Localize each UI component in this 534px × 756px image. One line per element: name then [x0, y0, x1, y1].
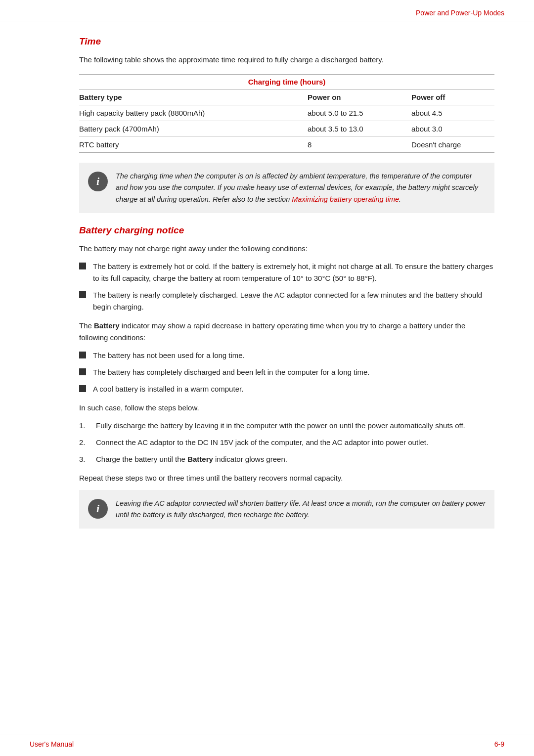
square-bullet-icon	[79, 263, 86, 269]
bullet2-text-2: The battery has completely discharged an…	[93, 366, 494, 378]
battery-bold-2: Battery	[187, 455, 213, 463]
page-header: Power and Power-Up Modes	[0, 0, 534, 21]
maximizing-link[interactable]: Maximizing battery operating time	[292, 195, 399, 203]
step-item: Charge the battery until the Battery ind…	[79, 453, 494, 465]
battery-intro: The battery may not charge right away un…	[79, 243, 494, 255]
main-content: Time The following table shows the appro…	[0, 21, 534, 735]
bullet-text-2: The battery is nearly completely dischar…	[93, 289, 494, 313]
power-on-1: about 5.0 to 21.5	[308, 105, 411, 121]
time-intro: The following table shows the approximat…	[79, 54, 494, 65]
square-bullet-icon	[79, 291, 86, 298]
bullet2-text-3: A cool battery is installed in a warm co…	[93, 383, 494, 395]
col-power-on: Power on	[308, 89, 411, 105]
col-power-off: Power off	[411, 89, 494, 105]
table-row: RTC battery 8 Doesn't charge	[79, 137, 494, 153]
note-text-2: Leaving the AC adaptor connected will sh…	[116, 498, 486, 521]
power-off-2: about 3.0	[411, 121, 494, 137]
note-text-1: The charging time when the computer is o…	[116, 171, 486, 205]
square-bullet-icon	[79, 385, 86, 392]
time-heading: Time	[79, 36, 494, 47]
time-section: Time The following table shows the appro…	[79, 36, 494, 213]
list-item: The battery has not been used for a long…	[79, 350, 494, 361]
battery-type-3: RTC battery	[79, 137, 308, 153]
charging-table: Battery type Power on Power off High cap…	[79, 89, 494, 153]
list-item: The battery has completely discharged an…	[79, 366, 494, 378]
charging-table-section: Charging time (hours) Battery type Power…	[79, 74, 494, 153]
step-text-2: Connect the AC adaptor to the DC IN 15V …	[96, 437, 494, 448]
bullet2-text-1: The battery has not been used for a long…	[93, 350, 494, 361]
info-icon-2: i	[88, 499, 108, 519]
steps-intro: In such case, follow the steps below.	[79, 402, 494, 414]
table-header-row: Battery type Power on Power off	[79, 89, 494, 105]
battery-type-2: Battery pack (4700mAh)	[79, 121, 308, 137]
repeat-text: Repeat these steps two or three times un…	[79, 472, 494, 484]
indicator-text-prefix: The	[79, 321, 94, 330]
note-box-1: i The charging time when the computer is…	[79, 163, 494, 213]
footer-right: 6-9	[494, 740, 504, 748]
list-item: A cool battery is installed in a warm co…	[79, 383, 494, 395]
battery-bold: Battery	[94, 321, 120, 330]
bullet-list-1: The battery is extremely hot or cold. If…	[79, 261, 494, 313]
indicator-text-suffix: indicator may show a rapid decrease in b…	[79, 321, 465, 342]
header-title: Power and Power-Up Modes	[416, 9, 504, 17]
col-battery-type: Battery type	[79, 89, 308, 105]
table-row: High capacity battery pack (8800mAh) abo…	[79, 105, 494, 121]
step-item: Connect the AC adaptor to the DC IN 15V …	[79, 437, 494, 448]
power-off-3: Doesn't charge	[411, 137, 494, 153]
bullet-text-1: The battery is extremely hot or cold. If…	[93, 261, 494, 284]
page-footer: User's Manual 6-9	[0, 735, 534, 756]
step-item: Fully discharge the battery by leaving i…	[79, 420, 494, 432]
bullet-list-2: The battery has not been used for a long…	[79, 350, 494, 395]
power-on-3: 8	[308, 137, 411, 153]
footer-left: User's Manual	[30, 740, 74, 748]
step-text-3: Charge the battery until the Battery ind…	[96, 453, 494, 465]
table-caption: Charging time (hours)	[79, 74, 494, 89]
info-icon-1: i	[88, 172, 108, 191]
battery-heading: Battery charging notice	[79, 225, 494, 236]
list-item: The battery is nearly completely dischar…	[79, 289, 494, 313]
table-row: Battery pack (4700mAh) about 3.5 to 13.0…	[79, 121, 494, 137]
square-bullet-icon	[79, 352, 86, 358]
square-bullet-icon	[79, 368, 86, 375]
battery-type-1: High capacity battery pack (8800mAh)	[79, 105, 308, 121]
steps-list: Fully discharge the battery by leaving i…	[79, 420, 494, 465]
battery-section: Battery charging notice The battery may …	[79, 225, 494, 529]
page-container: Power and Power-Up Modes Time The follow…	[0, 0, 534, 756]
list-item: The battery is extremely hot or cold. If…	[79, 261, 494, 284]
power-on-2: about 3.5 to 13.0	[308, 121, 411, 137]
note-text-after: .	[399, 195, 401, 203]
indicator-text: The Battery indicator may show a rapid d…	[79, 320, 494, 344]
step-text-1: Fully discharge the battery by leaving i…	[96, 420, 494, 432]
power-off-1: about 4.5	[411, 105, 494, 121]
note-box-2: i Leaving the AC adaptor connected will …	[79, 490, 494, 529]
